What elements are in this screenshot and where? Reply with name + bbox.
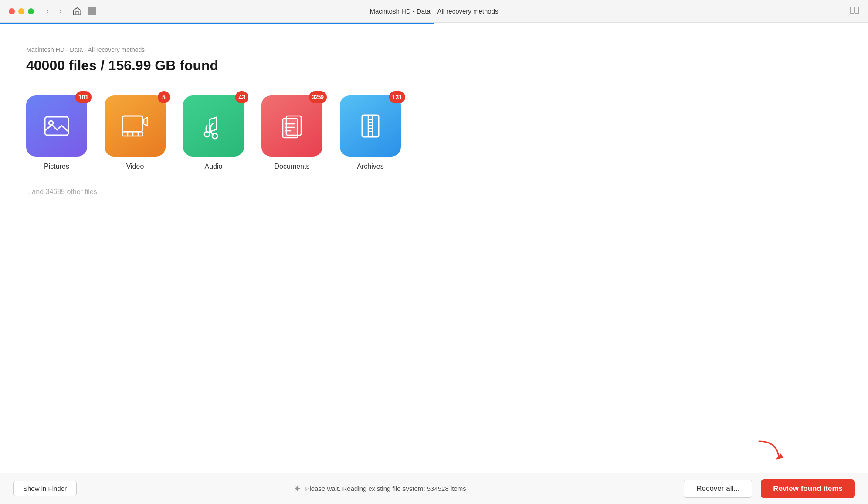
pictures-icon (41, 111, 72, 141)
breadcrumb: Macintosh HD - Data - All recovery metho… (26, 46, 842, 53)
svg-rect-2 (45, 117, 68, 135)
review-arrow-icon (755, 437, 785, 463)
archives-icon (355, 111, 386, 141)
window-title: Macintosh HD - Data – All recovery metho… (370, 7, 498, 15)
reader-button[interactable] (850, 7, 859, 16)
main-content: Macintosh HD - Data - All recovery metho… (0, 24, 868, 196)
minimize-button[interactable] (18, 8, 24, 14)
category-pictures[interactable]: 101 Pictures (26, 95, 87, 170)
documents-badge: 3259 (309, 91, 327, 103)
bottom-bar: Show in Finder ✳ Please wait. Reading ex… (0, 473, 868, 504)
category-video[interactable]: 5 Video (105, 95, 166, 170)
svg-rect-4 (122, 116, 142, 132)
archives-icon-wrapper: 131 (340, 95, 401, 157)
documents-icon-wrapper: 3259 (261, 95, 322, 157)
category-archives[interactable]: 131 Archives (340, 95, 401, 170)
audio-label: Audio (205, 163, 223, 170)
found-title: 40000 files / 156.99 GB found (26, 58, 842, 74)
review-found-items-button[interactable]: Review found items (761, 479, 855, 498)
archives-badge: 131 (389, 91, 405, 103)
documents-icon (277, 111, 307, 141)
pictures-icon-wrapper: 101 (26, 95, 87, 157)
back-button[interactable]: ‹ (43, 7, 52, 16)
audio-icon-bg (183, 95, 244, 157)
svg-line-11 (210, 117, 217, 119)
documents-icon-bg (261, 95, 322, 157)
status-area: ✳ Please wait. Reading existing file sys… (85, 484, 675, 494)
svg-rect-1 (855, 7, 859, 13)
documents-label: Documents (275, 163, 310, 170)
pictures-icon-bg (26, 95, 87, 157)
audio-icon-wrapper: 43 (183, 95, 244, 157)
archives-label: Archives (357, 163, 383, 170)
video-badge: 5 (158, 91, 170, 103)
categories-grid: 101 Pictures 5 Video (26, 95, 842, 170)
titlebar: ‹ › Macintosh HD - Data – All recovery m… (0, 0, 868, 23)
other-files-text: ...and 34685 other files (26, 188, 842, 196)
archives-icon-bg (340, 95, 401, 157)
pictures-badge: 101 (75, 91, 92, 103)
pictures-label: Pictures (44, 163, 69, 170)
close-button[interactable] (9, 8, 15, 14)
arrow-indicator (755, 437, 785, 465)
svg-point-10 (212, 133, 217, 139)
video-icon-wrapper: 5 (105, 95, 166, 157)
traffic-lights (9, 8, 34, 14)
home-button[interactable] (71, 6, 83, 17)
forward-button[interactable]: › (56, 7, 65, 16)
svg-rect-13 (283, 119, 298, 138)
svg-rect-0 (850, 7, 854, 13)
video-icon (120, 111, 150, 141)
category-documents[interactable]: 3259 Documents (261, 95, 322, 170)
stop-button[interactable] (88, 7, 96, 15)
audio-badge: 43 (235, 91, 248, 103)
video-label: Video (126, 163, 144, 170)
svg-marker-25 (776, 453, 783, 460)
category-audio[interactable]: 43 Audio (183, 95, 244, 170)
status-text: Please wait. Reading existing file syste… (305, 485, 466, 492)
audio-icon (198, 111, 229, 141)
show-finder-button[interactable]: Show in Finder (13, 481, 77, 496)
maximize-button[interactable] (28, 8, 34, 14)
recover-all-button[interactable]: Recover all... (684, 480, 752, 498)
nav-buttons: ‹ › (43, 7, 65, 16)
video-icon-bg (105, 95, 166, 157)
spinner-icon: ✳ (294, 484, 301, 494)
